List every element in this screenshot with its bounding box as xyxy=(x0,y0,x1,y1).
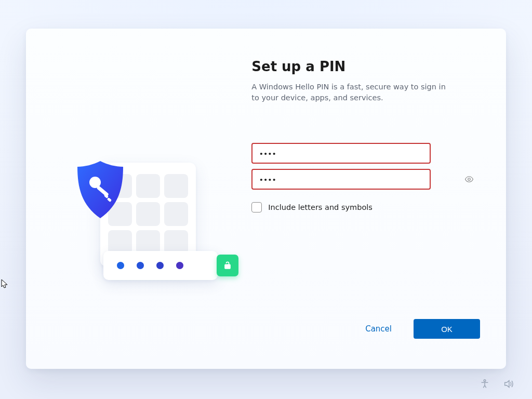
oobe-dialog-card: Set up a PIN A Windows Hello PIN is a fa… xyxy=(26,29,506,369)
page-title: Set up a PIN xyxy=(251,59,480,74)
system-tray xyxy=(479,378,514,392)
pin-field-wrap xyxy=(251,143,480,164)
shield-key-icon xyxy=(74,159,126,220)
new-pin-input[interactable] xyxy=(251,143,431,164)
unlock-icon xyxy=(217,255,238,276)
volume-icon[interactable] xyxy=(503,378,514,392)
confirm-pin-field-wrap xyxy=(251,169,480,190)
accessibility-icon[interactable] xyxy=(479,378,490,392)
include-symbols-checkbox[interactable] xyxy=(251,202,262,212)
pin-illustration xyxy=(70,142,216,287)
form-pane: Set up a PIN A Windows Hello PIN is a fa… xyxy=(251,29,506,369)
confirm-pin-input[interactable] xyxy=(251,169,431,190)
include-symbols-row: Include letters and symbols xyxy=(251,202,480,212)
svg-point-5 xyxy=(484,380,486,382)
pin-dots-strip xyxy=(103,251,218,280)
svg-point-4 xyxy=(468,178,471,181)
mouse-cursor-icon xyxy=(1,279,8,289)
illustration-pane xyxy=(26,29,251,369)
page-description: A Windows Hello PIN is a fast, secure wa… xyxy=(251,82,449,103)
include-symbols-label: Include letters and symbols xyxy=(268,203,373,211)
reveal-password-icon[interactable] xyxy=(464,175,474,184)
ok-button[interactable]: OK xyxy=(414,319,480,339)
cancel-button[interactable]: Cancel xyxy=(365,324,392,334)
dialog-footer: Cancel OK xyxy=(251,319,480,348)
